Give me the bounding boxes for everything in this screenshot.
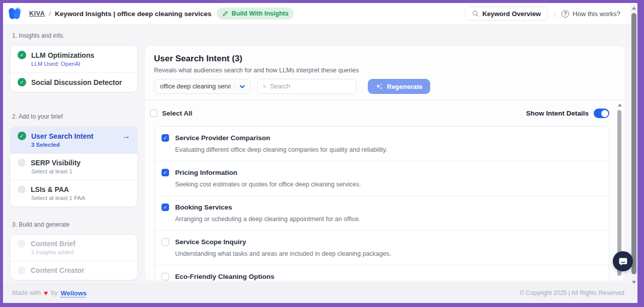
sidebar-section-brief-label: 2. Add to your brief (12, 113, 136, 120)
user-search-intent-panel: User Search Intent (3) Reveals what audi… (144, 45, 625, 281)
chat-icon (618, 256, 628, 267)
top-navbar: KIVA / Keyword Insights | office deep cl… (3, 3, 637, 25)
panel-title: User Search Intent (3) (154, 54, 616, 64)
sidebar-item-user-search-intent[interactable]: User Search Intent → 3 Selected (11, 127, 137, 153)
select-all-label: Select All (162, 110, 192, 117)
panel-controls: office deep cleaning servi... Regenerate (154, 79, 616, 94)
search-icon (263, 83, 266, 90)
intent-row[interactable]: Pricing Information Seeking cost estimat… (155, 161, 609, 195)
panel-divider (145, 99, 625, 100)
show-intent-details-label: Show Intent Details (526, 110, 589, 117)
llm-used-label: LLM Used: OpenAI (31, 61, 130, 67)
toggle-knob (601, 110, 608, 117)
sidebar-item-serp-visibility[interactable]: SERP Visibility Select at least 1 (11, 153, 137, 180)
scroll-up-arrow-icon[interactable] (632, 7, 636, 10)
search-input[interactable] (270, 83, 351, 90)
check-circle-icon (18, 78, 26, 86)
regenerate-button[interactable]: Regenerate (368, 79, 430, 94)
navbar-right-group: Keyword Overview | ? How this works? (465, 7, 627, 21)
show-intent-details-toggle[interactable] (594, 109, 609, 118)
keyword-select-dropdown[interactable]: office deep cleaning servi... (154, 79, 251, 94)
build-with-insights-badge[interactable]: Build With Insights (217, 8, 294, 20)
sidebar-section-insights-label: 1. Insights and info. (12, 32, 136, 39)
intent-checkbox[interactable] (162, 273, 169, 280)
regenerate-label: Regenerate (387, 83, 423, 90)
sparkles-icon (375, 83, 383, 90)
empty-circle-icon (18, 185, 26, 193)
page-title: Keyword Insights | office deep cleaning … (55, 10, 211, 18)
badge-label: Build With Insights (231, 10, 288, 17)
how-this-works-link[interactable]: ? How this works? (561, 10, 620, 18)
scroll-down-arrow-icon[interactable] (632, 281, 636, 284)
search-box (257, 79, 357, 94)
question-icon: ? (561, 10, 569, 18)
intent-checkbox[interactable] (162, 203, 169, 211)
empty-circle-icon (18, 266, 26, 274)
page-footer: Made with ♥ by Wellows © Copyright 2025 … (3, 283, 637, 303)
intent-checkbox[interactable] (162, 169, 169, 176)
sidebar-item-social-discussion-detector[interactable]: Social Discussion Detector (11, 72, 137, 92)
list-toolbar: Select All Show Intent Details (150, 109, 609, 118)
keyword-overview-button[interactable]: Keyword Overview (465, 7, 548, 21)
brief-card: User Search Intent → 3 Selected SERP Vis… (10, 126, 138, 207)
intent-row[interactable]: Service Scope Inquiry Understanding what… (155, 230, 609, 265)
search-icon (472, 10, 479, 17)
window-scrollbar[interactable] (630, 4, 637, 286)
sidebar-item-llm-optimizations[interactable]: LLM Optimizations LLM Used: OpenAI (11, 46, 137, 72)
insights-card: LLM Optimizations LLM Used: OpenAI Socia… (10, 45, 138, 92)
help-label: How this works? (573, 10, 620, 18)
made-with-credit: Made with ♥ by Wellows (12, 289, 87, 297)
intent-list: Service Provider Comparison Evaluating d… (155, 126, 609, 281)
intent-row[interactable]: Booking Services Arranging or scheduling… (155, 195, 609, 230)
brand-link[interactable]: KIVA (29, 10, 45, 17)
keyword-overview-label: Keyword Overview (482, 10, 541, 18)
sidebar-item-content-brief: Content Brief 3 Insights added (11, 235, 137, 261)
copyright-text: © Copyright 2025 | All Rights Reserved (520, 289, 624, 296)
app-logo-icon[interactable] (7, 7, 23, 21)
chevron-down-icon (239, 83, 246, 90)
selected-count-label: 3 Selected (31, 142, 130, 148)
select-all-control[interactable]: Select All (150, 110, 192, 117)
content-area: 1. Insights and info. LLM Optimizations … (3, 25, 637, 283)
check-circle-icon (18, 51, 26, 59)
empty-circle-icon (18, 240, 26, 248)
sidebar-section-generate-label: 3. Build and generate (12, 221, 136, 228)
intent-row[interactable]: Eco-Friendly Cleaning Options (155, 265, 609, 281)
chat-launcher-button[interactable] (613, 251, 633, 271)
show-intent-details-control: Show Intent Details (526, 109, 609, 118)
heart-icon: ♥ (44, 289, 48, 296)
nav-divider: | (554, 10, 555, 18)
sidebar-item-lsis-paa[interactable]: LSIs & PAA Select at least 1 PAA (11, 180, 137, 207)
intent-checkbox[interactable] (162, 238, 169, 246)
panel-subtitle: Reveals what audiences search for and ho… (154, 67, 616, 74)
sidebar-item-content-creator: Content Creator (11, 261, 137, 280)
dropdown-divider (234, 82, 235, 90)
arrow-right-icon: → (122, 132, 130, 140)
generate-card: Content Brief 3 Insights added Content C… (10, 234, 138, 280)
sidebar: 1. Insights and info. LLM Optimizations … (10, 25, 138, 280)
wellows-link[interactable]: Wellows (61, 289, 87, 297)
window-frame: KIVA / Keyword Insights | office deep cl… (0, 0, 644, 307)
pencil-icon (222, 11, 228, 17)
breadcrumb-separator: / (49, 10, 51, 18)
intent-row[interactable]: Service Provider Comparison Evaluating d… (155, 127, 609, 161)
scroll-up-arrow-icon[interactable] (618, 104, 622, 107)
window-scrollbar-thumb[interactable] (631, 13, 636, 274)
select-all-checkbox[interactable] (150, 110, 157, 117)
app-screen: KIVA / Keyword Insights | office deep cl… (3, 3, 637, 303)
check-circle-icon (18, 132, 26, 140)
empty-circle-icon (18, 159, 26, 167)
keyword-select-value: office deep cleaning servi... (160, 83, 230, 90)
intent-checkbox[interactable] (162, 134, 169, 142)
